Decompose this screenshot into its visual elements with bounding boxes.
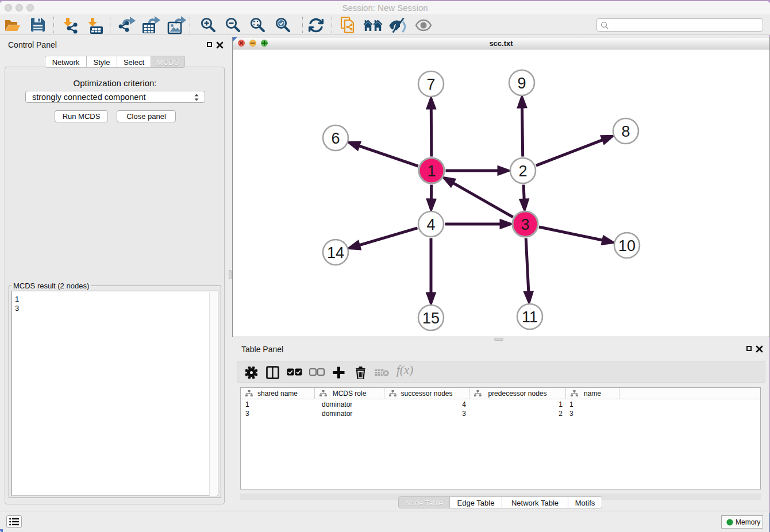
svg-text:9: 9 [517, 75, 526, 92]
svg-text:6: 6 [331, 130, 340, 147]
svg-text:14: 14 [327, 244, 344, 261]
svg-text:11: 11 [522, 309, 538, 326]
svg-text:1: 1 [427, 163, 436, 180]
svg-text:10: 10 [618, 237, 636, 255]
svg-text:4: 4 [426, 216, 435, 233]
svg-text:7: 7 [426, 76, 435, 93]
svg-text:2: 2 [518, 163, 527, 180]
svg-text:8: 8 [621, 123, 630, 140]
svg-text:3: 3 [521, 216, 529, 233]
svg-text:15: 15 [422, 310, 440, 327]
